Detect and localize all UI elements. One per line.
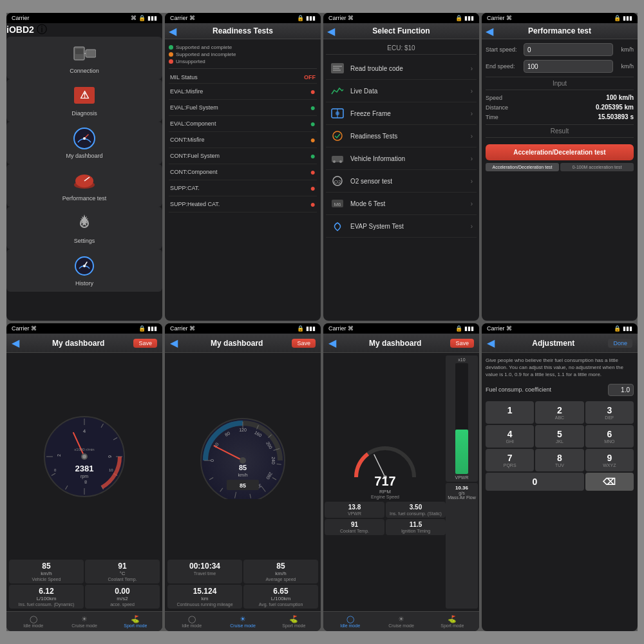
screen-readiness: Carrier ⌘ 🔒 ▮▮▮ ◀ Readiness Tests Suppor… bbox=[165, 13, 321, 321]
start-speed-row: Start speed: km/h bbox=[486, 43, 634, 56]
evap-svg bbox=[330, 220, 345, 232]
dashboard-icon-wrap bbox=[73, 127, 96, 150]
menu-item-settings[interactable]: Settings bbox=[6, 207, 162, 249]
bottom-tabs-7: ◯ Idle mode ☀ Cruise mode ⛳ Sport mode bbox=[323, 611, 479, 631]
numpad-key-del[interactable]: ⌫ bbox=[585, 473, 634, 491]
arc-gauge-section: 717 RPM Engine Speed 13.8 VPWR 3.50 Ins.… bbox=[325, 354, 446, 610]
carrier-1: Carrier bbox=[12, 15, 30, 21]
numpad-key-5[interactable]: 5 JKL bbox=[535, 425, 583, 448]
numpad: 1 2 ABC 3 DEF 4 GHI bbox=[486, 401, 634, 491]
function-trouble-code[interactable]: Read trouble code › bbox=[326, 57, 477, 80]
legend-dot-green bbox=[169, 45, 173, 50]
back-btn-7[interactable]: ◀ bbox=[328, 337, 336, 349]
numpad-key-0[interactable]: 0 bbox=[486, 473, 584, 491]
tab-cruise-6[interactable]: ☀ Cruise mode bbox=[217, 614, 268, 629]
numpad-key-2[interactable]: 2 ABC bbox=[535, 401, 583, 424]
numpad-key-9[interactable]: 9 WXYZ bbox=[585, 449, 634, 471]
svg-point-26 bbox=[339, 160, 342, 163]
tab-accel[interactable]: Acceleration/Deceleration test bbox=[486, 163, 559, 171]
status-bar-6: Carrier ⌘ 🔒 ▮▮▮ bbox=[165, 323, 321, 334]
tab-cruise-label-6: Cruise mode bbox=[230, 623, 256, 628]
function-readiness[interactable]: Readiness Tests › bbox=[326, 125, 477, 147]
battery-5: 🔒 ▮▮▮ bbox=[138, 325, 157, 332]
freeze-frame-icon bbox=[330, 107, 345, 120]
back-btn-2[interactable]: ◀ bbox=[169, 25, 176, 37]
menu-item-performance[interactable]: Performance test bbox=[6, 164, 162, 207]
function-live-data[interactable]: Live Data › bbox=[326, 80, 477, 102]
cruise-icon-5: ☀ bbox=[59, 615, 109, 623]
end-speed-input[interactable] bbox=[524, 60, 613, 73]
svg-text:2381: 2381 bbox=[75, 464, 93, 473]
back-btn-4[interactable]: ◀ bbox=[486, 25, 493, 37]
readiness-label-4: CONT:Misfire bbox=[170, 137, 205, 143]
tab-idle-7[interactable]: ◯ Idle mode bbox=[325, 614, 375, 629]
function-mode6[interactable]: M6 Mode 6 Test › bbox=[326, 193, 477, 215]
status-bar-5: Carrier ⌘ 🔒 ▮▮▮ bbox=[6, 323, 162, 334]
coolant-unit-5: °C bbox=[88, 571, 157, 576]
avg-fuel-cell-6: 6.65 L/100km Avg. fuel consumption bbox=[243, 585, 318, 609]
tab-sprint[interactable]: 0-100M acceleration test bbox=[560, 163, 634, 171]
accel-decel-button[interactable]: Acceleration/Deceleration test bbox=[486, 144, 634, 160]
back-btn-6[interactable]: ◀ bbox=[170, 337, 178, 349]
menu-item-history[interactable]: History bbox=[6, 249, 162, 292]
numpad-key-4[interactable]: 4 GHI bbox=[486, 425, 534, 448]
function-freeze-frame[interactable]: Freeze Frame › bbox=[326, 102, 477, 125]
numpad-key-7[interactable]: 7 PQRS bbox=[486, 449, 534, 471]
bar-vpwr-label: VPWR bbox=[455, 475, 469, 480]
adj-field-row: Fuel consump. coefficient bbox=[486, 384, 634, 396]
battery-3: 🔒 ▮▮▮ bbox=[455, 15, 474, 21]
numpad-key-3[interactable]: 3 DEF bbox=[585, 401, 634, 424]
mode6-icon: M6 bbox=[330, 197, 345, 210]
main-menu-grid: Connection ⚠ Diagnosis bbox=[6, 37, 162, 292]
tab-idle-5[interactable]: ◯ Idle mode bbox=[8, 614, 59, 629]
tab-idle-6[interactable]: ◯ Idle mode bbox=[166, 614, 217, 629]
back-btn-8[interactable]: ◀ bbox=[487, 337, 495, 349]
chevron-right-5: › bbox=[471, 178, 473, 185]
bar-charts-section: x10 VPWR 10.36 g/s Mass Air Flow bbox=[446, 354, 478, 610]
battery-6: 🔒 ▮▮▮ bbox=[297, 325, 316, 332]
avg-fuel-label-6: Avg. fuel consumption bbox=[246, 602, 316, 607]
status-bar-3: Carrier ⌘ 🔒 ▮▮▮ bbox=[323, 13, 479, 23]
numpad-key-8[interactable]: 8 TUV bbox=[535, 449, 583, 471]
outer-border: Carrier ⌘ 🔒 ▮▮▮ iOBD2 ⓘ bbox=[0, 0, 644, 644]
connection-icon bbox=[73, 42, 96, 65]
save-btn-6[interactable]: Save bbox=[292, 339, 316, 348]
tab-sport-6[interactable]: ⛳ Sport mode bbox=[269, 614, 319, 629]
adj-field-input[interactable] bbox=[608, 384, 634, 396]
start-speed-label: Start speed: bbox=[486, 46, 521, 53]
settings-svg bbox=[74, 213, 95, 234]
time-data-row: Time 15.503893 s bbox=[486, 112, 634, 122]
speed-unit-5: km/h bbox=[12, 571, 81, 576]
numpad-9-num: 9 bbox=[587, 453, 632, 463]
function-vehicle-info[interactable]: Vehicle Information › bbox=[326, 147, 477, 170]
menu-item-connection[interactable]: Connection bbox=[6, 37, 162, 79]
function-evap[interactable]: EVAP System Test › bbox=[326, 215, 477, 238]
readiness-row-1: EVAL:Misfire ● bbox=[169, 84, 317, 100]
tab-sport-5[interactable]: ⛳ Sport mode bbox=[110, 614, 161, 629]
readiness-content: Supported and complete Supported and inc… bbox=[165, 39, 321, 321]
menu-item-diagnosis[interactable]: ⚠ Diagnosis bbox=[6, 79, 162, 122]
save-btn-5[interactable]: Save bbox=[133, 339, 157, 348]
done-btn-8[interactable]: Done bbox=[608, 339, 632, 348]
screen-adjustment: Carrier ⌘ 🔒 ▮▮▮ ◀ Adjustment Done Give p… bbox=[482, 323, 638, 631]
battery-7: 🔒 ▮▮▮ bbox=[455, 325, 474, 332]
o2-sensor-icon: O2 bbox=[330, 175, 345, 187]
numpad-key-1[interactable]: 1 bbox=[486, 401, 534, 424]
tab-sport-7[interactable]: ⛳ Sport mode bbox=[427, 614, 478, 629]
menu-item-dashboard[interactable]: My dashboard bbox=[6, 122, 162, 164]
menu-label-settings: Settings bbox=[74, 238, 95, 244]
back-btn-3[interactable]: ◀ bbox=[327, 25, 335, 37]
info-btn-1[interactable]: ⓘ bbox=[37, 24, 47, 35]
bottom-tabs-6: ◯ Idle mode ☀ Cruise mode ⛳ Sport mode bbox=[165, 611, 321, 631]
tab-cruise-7[interactable]: ☀ Cruise mode bbox=[375, 614, 426, 629]
function-label-1: Live Data bbox=[350, 88, 466, 95]
back-btn-5[interactable]: ◀ bbox=[12, 337, 19, 349]
function-o2-sensor[interactable]: O2 O2 sensor test › bbox=[326, 170, 477, 193]
tab-cruise-5[interactable]: ☀ Cruise mode bbox=[59, 614, 109, 629]
save-btn-7[interactable]: Save bbox=[450, 339, 474, 348]
readiness-label-7: SUPP:CAT. bbox=[170, 185, 200, 191]
start-speed-input[interactable] bbox=[524, 43, 613, 56]
screenshot-grid: Carrier ⌘ 🔒 ▮▮▮ iOBD2 ⓘ bbox=[6, 13, 638, 631]
mass-air-label-7: Mass Air Flow bbox=[448, 495, 476, 500]
numpad-key-6[interactable]: 6 MNO bbox=[585, 425, 634, 448]
